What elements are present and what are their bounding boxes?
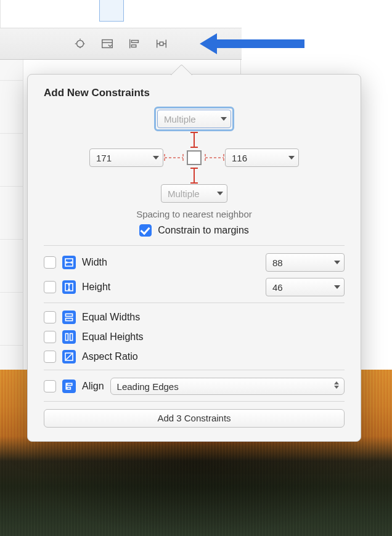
top-spacing-value: Multiple — [164, 114, 196, 124]
aspect-ratio-label: Aspect Ratio — [82, 351, 138, 362]
svg-rect-4 — [160, 42, 163, 46]
height-value: 46 — [272, 282, 283, 293]
width-value: 88 — [272, 258, 283, 268]
equal-heights-icon — [62, 330, 76, 344]
svg-rect-3 — [131, 45, 136, 47]
spacing-center-box — [187, 150, 202, 165]
chevron-down-icon — [221, 117, 227, 121]
equal-widths-checkbox[interactable] — [44, 311, 56, 323]
height-checkbox[interactable] — [44, 281, 56, 293]
width-icon — [62, 256, 76, 269]
width-row: Width 88 — [44, 253, 345, 272]
width-value-field[interactable]: 88 — [266, 253, 345, 272]
svg-rect-23 — [70, 333, 73, 340]
chevron-down-icon — [334, 285, 340, 289]
left-spacing-value: 171 — [96, 153, 112, 163]
align-row: Align Leading Edges — [44, 378, 345, 395]
svg-rect-21 — [65, 319, 72, 321]
equal-widths-label: Equal Widths — [82, 312, 140, 323]
width-label: Width — [82, 257, 107, 268]
divider — [44, 303, 345, 303]
spacing-caption: Spacing to nearest neighbor — [44, 209, 345, 219]
selected-view-outline — [99, 0, 124, 22]
align-select[interactable]: Leading Edges — [110, 378, 345, 395]
align-icon — [62, 380, 76, 393]
aspect-ratio-row: Aspect Ratio — [44, 350, 345, 363]
svg-rect-26 — [67, 388, 71, 389]
left-spacing-field[interactable]: 171 — [89, 148, 163, 167]
svg-rect-25 — [67, 383, 72, 385]
svg-rect-22 — [65, 333, 68, 340]
svg-rect-2 — [131, 41, 138, 43]
add-constraints-popover: Add New Constraints Multiple 171 — [27, 74, 361, 442]
aspect-ratio-checkbox[interactable] — [44, 351, 56, 363]
equal-widths-row: Equal Widths — [44, 311, 345, 324]
equal-widths-icon — [62, 311, 76, 324]
constrain-margins-label: Constrain to margins — [158, 225, 249, 236]
constrain-margins-checkbox[interactable] — [139, 224, 152, 237]
chevron-down-icon — [334, 261, 340, 264]
equal-heights-checkbox[interactable] — [44, 331, 56, 343]
height-icon — [62, 280, 76, 294]
height-row: Height 46 — [44, 278, 345, 296]
left-gutter — [0, 28, 23, 373]
spacing-grid: Multiple 171 116 — [83, 107, 305, 203]
chevron-down-icon — [217, 192, 223, 195]
top-spacing-field[interactable]: Multiple — [157, 110, 231, 128]
divider — [44, 245, 345, 246]
updown-icon — [334, 381, 339, 389]
chevron-down-icon — [288, 156, 295, 160]
add-constraints-button[interactable]: Add 3 Constraints — [44, 409, 345, 428]
align-checkbox[interactable] — [44, 380, 56, 392]
align-select-value: Leading Edges — [117, 381, 179, 392]
embed-in-icon[interactable] — [100, 37, 114, 51]
chevron-down-icon — [153, 156, 159, 160]
align-label: Align — [82, 381, 104, 392]
right-spacing-value: 116 — [232, 153, 247, 163]
top-spacing-focus-ring: Multiple — [154, 107, 234, 131]
height-value-field[interactable]: 46 — [266, 278, 345, 296]
svg-point-0 — [77, 41, 84, 47]
add-constraints-icon[interactable] — [155, 37, 168, 51]
constraints-toolbar — [0, 28, 242, 60]
width-checkbox[interactable] — [44, 256, 56, 269]
popover-title: Add New Constraints — [44, 87, 345, 99]
bottom-spacing-field[interactable]: Multiple — [161, 184, 227, 203]
canvas-area — [0, 0, 242, 28]
equal-heights-row: Equal Heights — [44, 330, 345, 344]
divider — [44, 370, 345, 370]
bottom-spacing-value: Multiple — [168, 189, 200, 199]
aspect-ratio-icon — [62, 350, 76, 363]
svg-rect-1 — [102, 40, 113, 48]
equal-heights-label: Equal Heights — [82, 331, 144, 343]
align-icon[interactable] — [128, 37, 141, 51]
update-frames-icon[interactable] — [73, 37, 87, 51]
divider — [44, 401, 345, 402]
constrain-margins-row: Constrain to margins — [44, 224, 345, 237]
right-spacing-field[interactable]: 116 — [225, 148, 299, 167]
height-label: Height — [82, 282, 110, 293]
svg-rect-20 — [65, 314, 72, 316]
